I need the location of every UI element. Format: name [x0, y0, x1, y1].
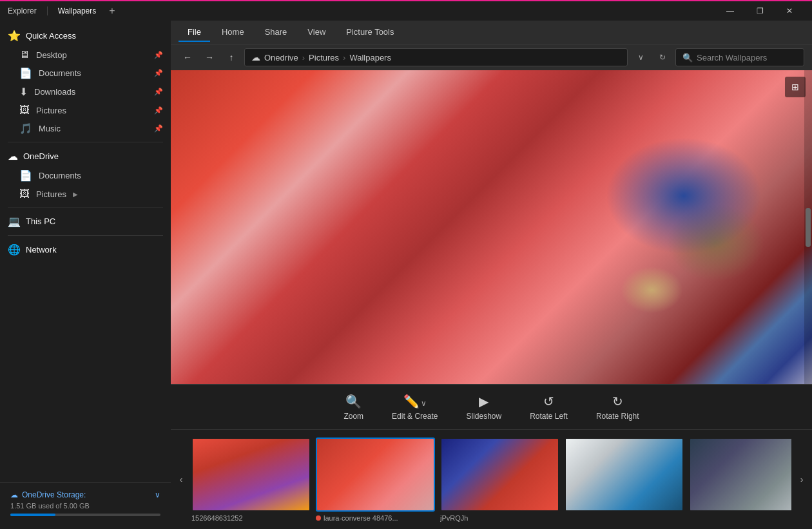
forward-button[interactable]: →: [200, 48, 218, 66]
thumb-nav-right[interactable]: ›: [794, 472, 809, 487]
od-documents-label: Documents: [39, 171, 81, 180]
preview-area: ⊞: [171, 70, 812, 384]
thumbnail-3[interactable]: jPvRQJh: [440, 438, 559, 522]
app-name: Explorer: [8, 6, 37, 15]
scrollbar[interactable]: [804, 70, 812, 384]
sidebar-item-pictures[interactable]: 🖼 Pictures 📌: [0, 101, 171, 119]
search-placeholder: Search Wallpapers: [697, 53, 767, 63]
music-label: Music: [39, 124, 61, 133]
sidebar-item-onedrive-documents[interactable]: 📄 Documents: [0, 166, 171, 185]
thumbnail-5[interactable]: [689, 438, 791, 522]
sidebar-divider-1: [8, 142, 163, 142]
close-button[interactable]: ✕: [775, 1, 804, 21]
content-area: File Home Share View Picture Tools ← → ↑…: [171, 21, 812, 529]
ribbon-tabs: File Home Share View Picture Tools: [171, 21, 812, 44]
thumb-nav-left[interactable]: ‹: [173, 472, 189, 487]
pictures-icon: 🖼: [19, 104, 30, 116]
edit-create-action[interactable]: ✏️ ∨ Edit & Create: [384, 390, 445, 425]
thumbnail-1[interactable]: 1526648631252: [191, 438, 311, 522]
thumb-text-1: 1526648631252: [191, 514, 243, 522]
pin-icon: 📌: [154, 51, 163, 59]
network-icon: 🌐: [8, 244, 21, 256]
path-icon: ☁: [251, 52, 260, 63]
edit-create-chevron: ∨: [421, 399, 427, 408]
path-part-2: Pictures: [309, 53, 339, 63]
rotate-left-action[interactable]: ↺ Rotate Left: [522, 390, 575, 425]
thumb-img-3: [440, 438, 559, 512]
od-storage-chevron[interactable]: ∨: [155, 490, 160, 499]
thumb-text-3: jPvRQJh: [440, 514, 468, 522]
network-label: Network: [26, 245, 57, 255]
thumb-text-2: laura-converse 48476...: [324, 514, 398, 522]
sidebar-item-downloads[interactable]: ⬇ Downloads 📌: [0, 82, 171, 101]
thumb-label-1: 1526648631252: [191, 514, 311, 522]
search-icon: 🔍: [682, 53, 693, 63]
onedrive-icon: ☁: [8, 150, 18, 162]
onedrive-label: OneDrive: [23, 151, 59, 161]
thumb-label-3: jPvRQJh: [440, 514, 559, 522]
image-toolbar: 🔍 Zoom ✏️ ∨ Edit & Create ▶ Slideshow ↺ …: [171, 384, 812, 429]
sidebar-item-onedrive-pictures[interactable]: 🖼 Pictures ▶: [0, 185, 171, 203]
tab-file[interactable]: File: [179, 23, 210, 42]
up-button[interactable]: ↑: [222, 48, 240, 66]
downloads-label: Downloads: [34, 87, 75, 97]
sidebar-divider-3: [8, 235, 163, 236]
tab-home[interactable]: Home: [213, 23, 253, 42]
quick-access-icon: ⭐: [8, 30, 21, 42]
thumb-img-4: [565, 438, 684, 512]
title-bar: Explorer Wallpapers + — ❐ ✕: [0, 0, 812, 21]
sidebar-item-music[interactable]: 🎵 Music 📌: [0, 119, 171, 138]
sidebar-item-network[interactable]: 🌐 Network: [0, 240, 171, 260]
window-title: Wallpapers: [58, 6, 97, 15]
address-bar[interactable]: ☁ Onedrive › Pictures › Wallpapers: [244, 48, 628, 66]
thumbnail-2[interactable]: laura-converse 48476...: [316, 438, 435, 522]
tab-view[interactable]: View: [298, 23, 334, 42]
documents-icon: 📄: [19, 67, 32, 79]
sidebar-item-onedrive[interactable]: ☁ OneDrive: [0, 146, 171, 166]
sidebar-item-desktop[interactable]: 🖥 Desktop 📌: [0, 46, 171, 64]
grid-view-button[interactable]: ⊞: [785, 77, 806, 97]
slideshow-action[interactable]: ▶ Slideshow: [458, 390, 509, 425]
zoom-action[interactable]: 🔍 Zoom: [336, 390, 371, 425]
preview-image: [171, 70, 812, 384]
rotate-right-icon: ↻: [612, 394, 623, 409]
tab-share[interactable]: Share: [256, 23, 296, 42]
window-controls: — ❐ ✕: [715, 1, 804, 21]
search-box[interactable]: 🔍 Search Wallpapers: [675, 48, 804, 66]
od-storage-label: OneDrive Storage:: [22, 490, 86, 499]
address-row: ← → ↑ ☁ Onedrive › Pictures › Wallpapers…: [171, 44, 812, 70]
address-chevron[interactable]: ∨: [632, 48, 650, 66]
maximize-button[interactable]: ❐: [745, 1, 775, 21]
refresh-button[interactable]: ↻: [653, 48, 672, 66]
add-tab-button[interactable]: +: [109, 5, 115, 17]
thumbnail-4[interactable]: [565, 438, 684, 522]
expand-icon: ▶: [73, 191, 78, 198]
sidebar-item-thispc[interactable]: 💻 This PC: [0, 211, 171, 231]
sidebar: ⭐ Quick Access 🖥 Desktop 📌 📄 Documents 📌…: [0, 21, 171, 529]
tab-picture-tools[interactable]: Picture Tools: [337, 23, 403, 42]
slideshow-label: Slideshow: [466, 412, 501, 421]
od-storage-used: 1.51 GB used of 5.00 GB: [10, 502, 160, 510]
sidebar-item-quick-access[interactable]: ⭐ Quick Access: [0, 26, 171, 46]
rotate-left-icon: ↺: [543, 394, 554, 409]
sidebar-item-documents[interactable]: 📄 Documents 📌: [0, 64, 171, 82]
pin-icon: 📌: [154, 106, 163, 115]
back-button[interactable]: ←: [179, 48, 197, 66]
desktop-icon: 🖥: [19, 49, 30, 61]
downloads-icon: ⬇: [19, 86, 28, 98]
thumbnails-area: ‹ 1526648631252 laura-co: [171, 429, 812, 529]
od-pictures-label: Pictures: [36, 189, 66, 199]
edit-create-icon: ✏️: [403, 394, 420, 409]
thispc-icon: 💻: [8, 215, 21, 227]
pin-icon: 📌: [154, 88, 163, 96]
rotate-right-label: Rotate Right: [596, 412, 639, 421]
edit-create-label: Edit & Create: [392, 412, 438, 421]
thumb-dot-2: [316, 515, 321, 521]
pictures-label: Pictures: [36, 106, 66, 115]
od-storage-icon: ☁: [10, 490, 18, 499]
main-layout: ⭐ Quick Access 🖥 Desktop 📌 📄 Documents 📌…: [0, 21, 812, 529]
thumbnails-scroll: 1526648631252 laura-converse 48476...: [191, 438, 791, 522]
minimize-button[interactable]: —: [715, 1, 745, 21]
rotate-right-action[interactable]: ↻ Rotate Right: [588, 390, 647, 425]
slideshow-icon: ▶: [479, 394, 488, 409]
